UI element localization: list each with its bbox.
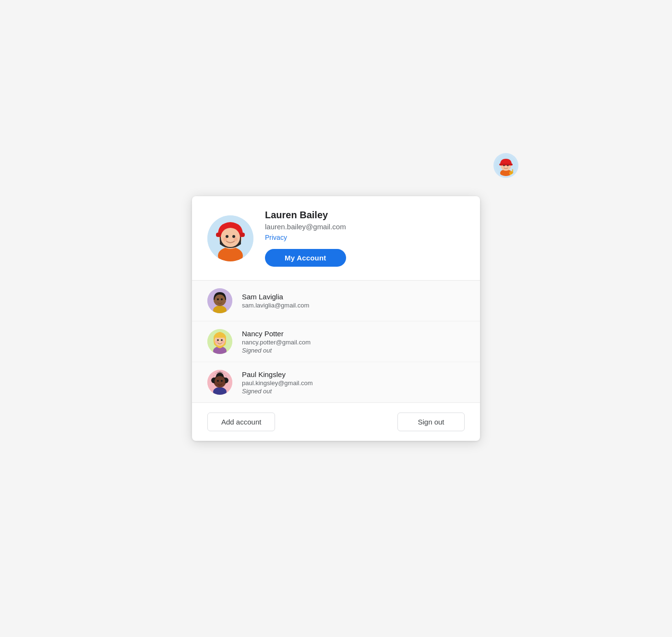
avatar-trigger-button[interactable]: ☝: [493, 153, 518, 178]
active-account-avatar: [207, 215, 253, 261]
svg-point-14: [223, 237, 227, 241]
svg-point-11: [221, 228, 240, 247]
account-item-paul[interactable]: Paul Kingsley paul.kingsley@gmail.com Si…: [192, 362, 480, 402]
paul-signed-out: Signed out: [242, 388, 313, 395]
nancy-avatar: [207, 329, 232, 354]
add-account-button[interactable]: Add account: [207, 413, 275, 431]
active-account-info: Lauren Bailey lauren.bailey@gmail.com Pr…: [265, 210, 346, 267]
nancy-email: nancy.potter@gmail.com: [242, 339, 311, 346]
account-item-sam[interactable]: Sam Laviglia sam.laviglia@gmail.com: [192, 281, 480, 321]
paul-email: paul.kingsley@gmail.com: [242, 379, 313, 387]
svg-point-38: [217, 380, 219, 382]
paul-name: Paul Kingsley: [242, 370, 313, 378]
svg-point-29: [222, 341, 225, 343]
svg-text:☝: ☝: [508, 168, 515, 176]
account-item-nancy[interactable]: Nancy Potter nancy.potter@gmail.com Sign…: [192, 321, 480, 362]
svg-point-15: [234, 237, 238, 241]
sam-avatar: [207, 288, 232, 313]
svg-point-21: [221, 298, 223, 300]
nancy-signed-out: Signed out: [242, 347, 311, 354]
other-accounts-list: Sam Laviglia sam.laviglia@gmail.com: [192, 281, 480, 403]
page-wrapper: ☝: [192, 196, 480, 441]
footer-actions: Add account Sign out: [192, 403, 480, 441]
svg-point-12: [226, 235, 228, 238]
paul-avatar: [207, 370, 232, 395]
svg-point-26: [217, 339, 219, 341]
sign-out-button[interactable]: Sign out: [397, 413, 465, 431]
svg-point-28: [215, 341, 218, 343]
nancy-name: Nancy Potter: [242, 330, 311, 338]
svg-point-5: [507, 165, 509, 166]
avatar-face: ☝: [495, 155, 516, 176]
privacy-link[interactable]: Privacy: [265, 234, 346, 241]
svg-point-4: [504, 165, 505, 166]
sam-name: Sam Laviglia: [242, 293, 309, 301]
sam-email: sam.laviglia@gmail.com: [242, 302, 309, 309]
svg-point-13: [232, 235, 235, 238]
active-account-section: Lauren Bailey lauren.bailey@gmail.com Pr…: [192, 196, 480, 281]
account-dropdown-card: Lauren Bailey lauren.bailey@gmail.com Pr…: [192, 196, 480, 441]
my-account-button[interactable]: My Account: [265, 249, 346, 267]
active-account-email: lauren.bailey@gmail.com: [265, 223, 346, 231]
active-account-name: Lauren Bailey: [265, 210, 346, 221]
sam-details: Sam Laviglia sam.laviglia@gmail.com: [242, 293, 309, 309]
svg-point-39: [221, 380, 223, 382]
paul-details: Paul Kingsley paul.kingsley@gmail.com Si…: [242, 370, 313, 395]
svg-rect-3: [499, 164, 513, 165]
svg-point-20: [217, 298, 219, 300]
nancy-details: Nancy Potter nancy.potter@gmail.com Sign…: [242, 330, 311, 354]
svg-point-27: [221, 339, 223, 341]
